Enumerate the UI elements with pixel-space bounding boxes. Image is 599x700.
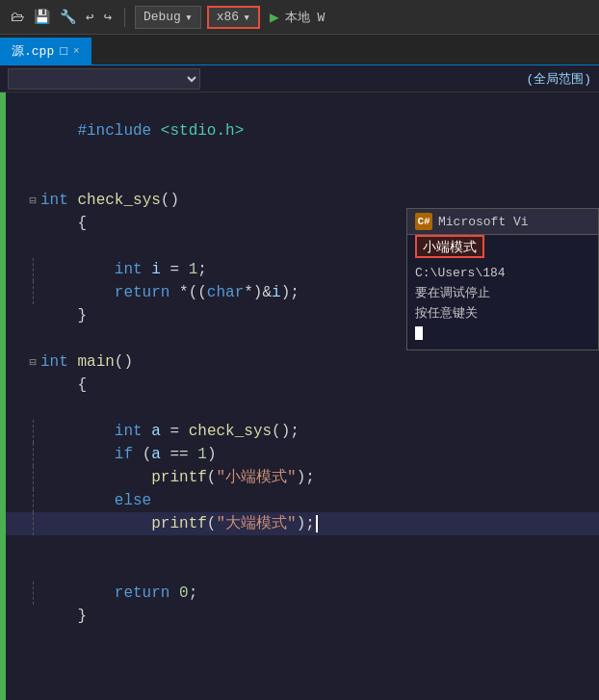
- debug-chevron: ▾: [185, 10, 193, 25]
- scopebar: (全局范围): [0, 65, 599, 92]
- toolbar: 🗁 💾 🔧 ↩ ↪ Debug ▾ x86 ▾ ▶ 本地 W: [0, 0, 599, 35]
- popup-title: Microsoft Vi: [438, 215, 529, 229]
- code-line-1: [6, 96, 599, 119]
- separator-1: [124, 8, 125, 27]
- code-line-if: if (a == 1): [6, 443, 599, 466]
- code-line-printf-big: printf("大端模式");: [6, 512, 599, 535]
- redo-icon[interactable]: ↪: [100, 7, 114, 27]
- tabbar: 源.cpp □ ×: [0, 35, 599, 65]
- code-line-else: else: [6, 489, 599, 512]
- collapse-include: [25, 119, 40, 143]
- scope-label: (全局范围): [526, 70, 591, 88]
- code-line-include: #include <stdio.h>: [6, 119, 599, 143]
- build-icon[interactable]: 🔧: [57, 7, 79, 27]
- code-line-blank8: [6, 558, 599, 582]
- collapse-check-sys[interactable]: ⊟: [25, 189, 40, 212]
- code-line-blank3: [6, 166, 599, 189]
- code-editor[interactable]: #include <stdio.h> ⊟ int check_sys(): [6, 92, 599, 700]
- open-icon[interactable]: 🗁: [8, 8, 27, 27]
- popup-line3: 按任意键关: [415, 304, 590, 324]
- popup-highlight-text: 小端模式: [415, 235, 484, 258]
- code-line-close-brace-2: }: [6, 605, 599, 628]
- file-tab[interactable]: 源.cpp □ ×: [0, 38, 91, 65]
- popup-app-icon: C#: [415, 213, 432, 230]
- tab-filename: 源.cpp: [12, 42, 54, 60]
- arch-chevron: ▾: [243, 10, 250, 25]
- undo-icon[interactable]: ↩: [83, 7, 96, 27]
- code-line-main-decl: ⊟ int main(): [6, 350, 599, 374]
- run-button[interactable]: ▶: [270, 8, 279, 27]
- popup-cursor: [415, 326, 423, 340]
- code-line-blank2: [6, 143, 599, 166]
- popup-body: C:\Users\184 要在调试停止 按任意键关: [407, 258, 598, 350]
- code-line-printf-little: printf("小端模式");: [6, 466, 599, 489]
- scope-dropdown[interactable]: [8, 68, 200, 90]
- save-icon[interactable]: 💾: [31, 7, 53, 27]
- code-line-return-0: return 0;: [6, 582, 599, 605]
- debug-dropdown[interactable]: Debug ▾: [135, 6, 201, 29]
- popup-line2: 要在调试停止: [415, 284, 590, 304]
- debug-label: Debug: [143, 10, 181, 24]
- arch-dropdown[interactable]: x86 ▾: [207, 6, 260, 29]
- popup-line1: C:\Users\184: [415, 264, 590, 284]
- popup-window: C# Microsoft Vi 小端模式 C:\Users\184 要在调试停止…: [406, 208, 599, 350]
- editor-area: #include <stdio.h> ⊟ int check_sys(): [0, 92, 599, 700]
- tab-dot: □: [60, 44, 67, 59]
- tab-close-button[interactable]: ×: [73, 45, 80, 57]
- local-label: 本地 W: [285, 9, 326, 26]
- collapse-main[interactable]: ⊟: [25, 350, 40, 374]
- code-line-int-a: int a = check_sys();: [6, 420, 599, 443]
- popup-header: C# Microsoft Vi: [407, 209, 598, 235]
- arch-label: x86: [217, 10, 239, 24]
- code-line-open-brace-2: {: [6, 374, 599, 397]
- code-line-blank6: [6, 397, 599, 420]
- code-line-blank7: [6, 535, 599, 558]
- toolbar-icons: 🗁 💾 🔧 ↩ ↪: [8, 7, 115, 27]
